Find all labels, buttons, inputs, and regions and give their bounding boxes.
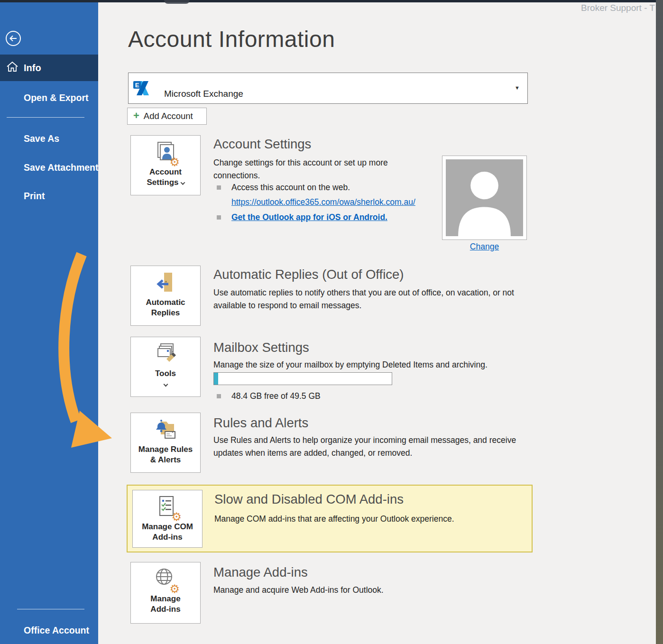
account-selector-value: Microsoft Exchange — [164, 89, 243, 99]
mailbox-storage-text: 48.4 GB free of 49.5 GB — [231, 391, 321, 401]
sidebar-item-info-label: Info — [24, 63, 41, 74]
account-settings-icon: ⚙ — [153, 140, 178, 165]
exchange-logo-icon: E — [132, 78, 153, 101]
outlook-app-link[interactable]: Get the Outlook app for iOS or Android. — [231, 212, 387, 222]
automatic-replies-heading: Automatic Replies (Out of Office) — [213, 267, 404, 282]
access-web-text: Access this account on the web. — [231, 183, 350, 193]
manage-com-addins-button[interactable]: ⚙ Manage COM Add-ins — [132, 490, 203, 548]
account-settings-description: Change settings for this account or set … — [213, 156, 403, 182]
manage-com-addins-button-label: Manage COM Add-ins — [139, 522, 195, 543]
gear-icon: ⚙ — [169, 583, 180, 595]
page-title: Account Information — [128, 26, 335, 52]
com-addins-highlight-box: ⚙ Manage COM Add-ins Slow and Disabled C… — [127, 485, 533, 552]
gear-icon: ⚙ — [171, 511, 182, 523]
back-arrow-icon — [5, 40, 21, 48]
manage-rules-alerts-button-label: Manage Rules & Alerts — [138, 444, 193, 465]
manage-addins-description: Manage and acquire Web Add-ins for Outlo… — [213, 584, 536, 597]
tools-button-label: Tools — [138, 368, 193, 379]
automatic-replies-button-label: Automatic Replies — [138, 297, 193, 318]
home-icon — [6, 61, 18, 74]
window-right-edge — [656, 0, 663, 644]
com-addins-icon: ⚙ — [155, 495, 180, 520]
chevron-down-icon — [180, 180, 185, 185]
titlebar-strip — [0, 0, 663, 2]
window-title: Broker Support - T — [581, 3, 655, 13]
mailbox-settings-heading: Mailbox Settings — [213, 340, 309, 355]
mailbox-usage-bar — [213, 372, 392, 385]
sidebar-item-open-export[interactable]: Open & Export — [24, 92, 89, 103]
sidebar-item-info[interactable]: Info — [0, 55, 98, 81]
avatar-placeholder-icon — [446, 159, 523, 236]
mailbox-settings-description: Manage the size of your mailbox by empty… — [213, 359, 545, 371]
sidebar-item-save-attachments[interactable]: Save Attachments — [24, 162, 103, 173]
manage-addins-button-label: Manage Add-ins — [141, 594, 190, 615]
automatic-replies-icon — [153, 271, 178, 295]
back-button[interactable] — [5, 30, 21, 46]
mailbox-cleanup-icon — [153, 342, 178, 367]
rules-alerts-heading: Rules and Alerts — [213, 415, 308, 431]
bullet-square-icon — [217, 215, 221, 220]
plus-icon: + — [133, 110, 139, 122]
rules-alerts-description: Use Rules and Alerts to help organize yo… — [213, 434, 536, 460]
account-selector-dropdown[interactable]: E Microsoft Exchange ▼ — [128, 73, 528, 104]
account-settings-button[interactable]: ⚙ Account Settings — [130, 135, 201, 195]
titlebar-remnant — [164, 0, 190, 4]
account-settings-heading: Account Settings — [213, 137, 311, 152]
add-account-button[interactable]: + Add Account — [127, 108, 207, 125]
change-photo-link[interactable]: Change — [470, 242, 499, 251]
automatic-replies-button[interactable]: Automatic Replies — [130, 266, 201, 326]
sidebar-item-office-account[interactable]: Office Account — [24, 625, 89, 636]
svg-text:E: E — [135, 82, 139, 89]
change-photo-link-wrap: Change — [442, 242, 527, 252]
manage-addins-button[interactable]: ⚙ Manage Add-ins — [130, 562, 201, 624]
account-photo — [442, 156, 527, 240]
owa-link[interactable]: https://outlook.office365.com/owa/sherlo… — [231, 197, 415, 207]
account-information-page: Account Information E Microsoft Exchange… — [98, 2, 656, 644]
bullet-square-icon — [217, 185, 221, 190]
automatic-replies-description: Use automatic replies to notify others t… — [213, 286, 530, 312]
rules-alerts-icon — [153, 418, 178, 442]
bullet-square-icon — [217, 394, 221, 398]
sidebar-divider-top — [7, 117, 84, 118]
chevron-down-icon — [163, 382, 168, 386]
manage-addins-heading: Manage Add-ins — [213, 565, 308, 580]
outlook-backstage-info: Broker Support - T Info Open & Export Sa… — [0, 0, 663, 644]
manage-rules-alerts-button[interactable]: Manage Rules & Alerts — [130, 413, 201, 473]
gear-icon: ⚙ — [169, 156, 180, 168]
dropdown-caret-icon: ▼ — [515, 85, 520, 91]
sidebar-item-print[interactable]: Print — [24, 191, 45, 202]
mailbox-usage-fill — [214, 373, 218, 385]
sidebar-item-save-as[interactable]: Save As — [24, 133, 59, 144]
add-account-label: Add Account — [144, 111, 193, 121]
com-addins-heading: Slow and Disabled COM Add-ins — [214, 492, 404, 507]
sidebar-divider-bottom — [17, 609, 84, 609]
tools-button[interactable]: Tools — [130, 337, 201, 397]
backstage-sidebar: Info Open & Export Save As Save Attachme… — [0, 2, 98, 644]
web-addins-icon: ⚙ — [153, 567, 178, 592]
account-settings-button-label: Account Settings — [147, 167, 182, 187]
com-addins-description: Manage COM add-ins that are affecting yo… — [214, 513, 454, 525]
